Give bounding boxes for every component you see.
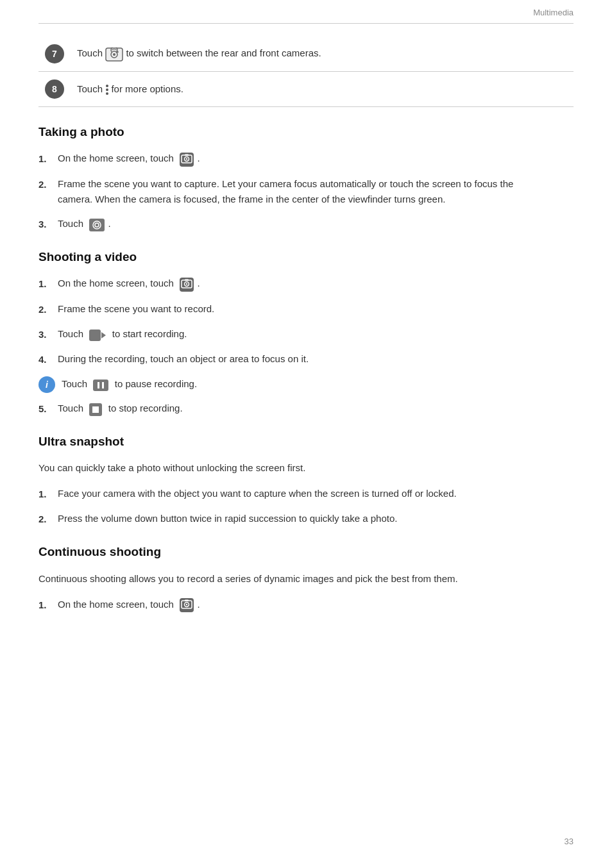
row-7-after: to switch between the rear and front cam… xyxy=(126,47,321,58)
svg-rect-22 xyxy=(92,406,99,413)
step-text: Frame the scene you want to capture. Let… xyxy=(58,176,539,207)
ultra-snapshot-step-2: 2. Press the volume down button twice in… xyxy=(38,511,574,527)
step-text: On the home screen, touch . xyxy=(58,276,200,292)
svg-rect-18 xyxy=(93,380,108,391)
step-text: On the home screen, touch . xyxy=(58,597,200,613)
step-num: 1. xyxy=(38,486,58,502)
step-num: 2. xyxy=(38,176,58,192)
step-num: 2. xyxy=(38,511,58,527)
svg-rect-16 xyxy=(89,330,101,341)
step-text: On the home screen, touch . xyxy=(58,151,200,167)
camera-app-icon xyxy=(179,151,194,167)
row-8-text: Touch for more options. xyxy=(71,71,574,106)
step-text: During the recording, touch an object or… xyxy=(58,351,309,367)
svg-point-2 xyxy=(113,53,115,56)
shooting-video-step-3: 3. Touch to start recording. xyxy=(38,326,574,342)
page-number: 33 xyxy=(565,835,574,849)
row-8-after: for more options. xyxy=(111,83,183,94)
continuous-shooting-step-1: 1. On the home screen, touch . xyxy=(38,597,574,613)
instruction-table: 7 Touch to switch between the rear and f… xyxy=(38,37,574,107)
taking-photo-step-3: 3. Touch . xyxy=(38,216,574,232)
row-8-before: Touch xyxy=(77,83,105,94)
svg-point-14 xyxy=(186,283,187,285)
taking-photo-step-1: 1. On the home screen, touch . xyxy=(38,151,574,167)
svg-point-6 xyxy=(186,158,187,160)
shooting-video-title: Shooting a video xyxy=(38,247,574,267)
step-text: Touch to stop recording. xyxy=(58,401,183,417)
svg-marker-17 xyxy=(101,332,106,338)
svg-rect-7 xyxy=(185,154,189,156)
step-text: Touch to start recording. xyxy=(58,326,187,342)
video-record-icon xyxy=(89,327,106,342)
note-text: Touch to pause recording. xyxy=(62,376,197,392)
continuous-shooting-title: Continuous shooting xyxy=(38,542,574,562)
ultra-snapshot-title: Ultra snapshot xyxy=(38,432,574,451)
step-text: Frame the scene you want to record. xyxy=(58,301,214,317)
step-num: 5. xyxy=(38,401,58,417)
three-dots-icon xyxy=(105,84,108,96)
svg-rect-20 xyxy=(102,382,104,388)
step-num: 1. xyxy=(38,597,58,613)
shooting-video-step-4: 4. During the recording, touch an object… xyxy=(38,351,574,367)
shooting-video-step-2: 2. Frame the scene you want to record. xyxy=(38,301,574,317)
step-num: 3. xyxy=(38,216,58,232)
shooting-video-step-5: 5. Touch to stop recording. xyxy=(38,401,574,417)
svg-rect-8 xyxy=(89,219,105,231)
step-text: Press the volume down button twice in ra… xyxy=(58,511,397,526)
svg-rect-15 xyxy=(185,279,189,281)
camera-app-icon xyxy=(179,597,194,613)
shooting-video-step-1: 1. On the home screen, touch . xyxy=(38,276,574,292)
table-row: 8 Touch for more options. xyxy=(38,71,574,106)
badge-7: 7 xyxy=(45,44,64,63)
ultra-snapshot-step-1: 1. Face your camera with the object you … xyxy=(38,486,574,502)
table-row: 7 Touch to switch between the rear and f… xyxy=(38,37,574,72)
ultra-snapshot-intro: You can quickly take a photo without unl… xyxy=(38,460,574,476)
shutter-icon xyxy=(89,217,105,232)
continuous-shooting-intro: Continuous shooting allows you to record… xyxy=(38,571,574,587)
svg-point-26 xyxy=(186,604,187,605)
step-num: 1. xyxy=(38,276,58,292)
info-icon: i xyxy=(38,376,55,393)
pause-icon xyxy=(92,377,109,392)
step-text: Touch . xyxy=(58,216,111,232)
badge-8: 8 xyxy=(45,79,64,99)
step-num: 1. xyxy=(38,151,58,167)
svg-rect-19 xyxy=(98,382,99,388)
step-num: 3. xyxy=(38,326,58,342)
camera-app-icon xyxy=(179,276,194,292)
stop-icon xyxy=(89,401,103,417)
row-7-text: Touch to switch between the rear and fro… xyxy=(71,37,574,72)
cam-switch-icon xyxy=(105,46,123,62)
svg-rect-27 xyxy=(185,600,189,602)
step-num: 4. xyxy=(38,351,58,367)
taking-photo-step-2: 2. Frame the scene you want to capture. … xyxy=(38,176,574,207)
pause-note: i Touch to pause recording. xyxy=(38,376,574,393)
taking-photo-title: Taking a photo xyxy=(38,122,574,142)
step-num: 2. xyxy=(38,301,58,317)
row-7-before: Touch xyxy=(77,47,105,58)
step-text: Face your camera with the object you wan… xyxy=(58,486,457,501)
section-label: Multimedia xyxy=(0,0,612,23)
